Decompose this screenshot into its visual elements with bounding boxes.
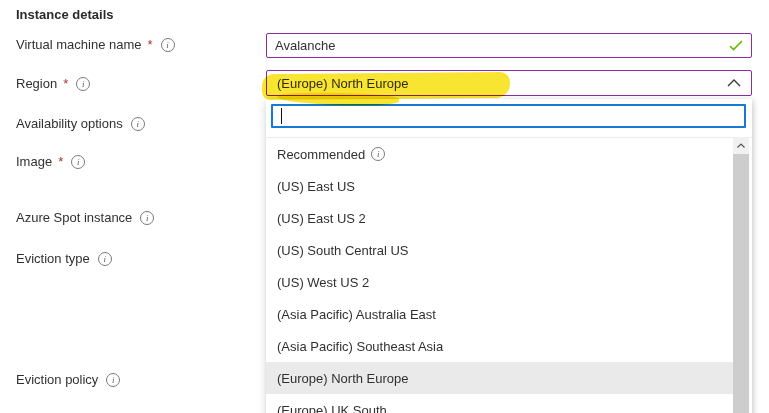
- label-image: Image*: [16, 153, 85, 171]
- scroll-up-button[interactable]: [733, 137, 749, 154]
- info-icon[interactable]: [76, 77, 90, 91]
- info-icon[interactable]: [98, 252, 112, 266]
- region-option-selected[interactable]: (Europe) North Europe: [266, 362, 733, 394]
- chevron-up-icon: [727, 79, 741, 87]
- region-option[interactable]: (US) East US 2: [266, 202, 733, 234]
- info-icon[interactable]: [161, 38, 175, 52]
- label-azure-spot-instance: Azure Spot instance: [16, 209, 154, 227]
- region-option[interactable]: (Asia Pacific) Southeast Asia: [266, 330, 733, 362]
- region-option[interactable]: (Asia Pacific) Australia East: [266, 298, 733, 330]
- region-search-wrap: [271, 104, 746, 128]
- info-icon[interactable]: [371, 147, 385, 161]
- info-icon[interactable]: [140, 211, 154, 225]
- scrollbar-thumb[interactable]: [733, 154, 749, 413]
- instance-details-form: Instance details Virtual machine name* R…: [0, 0, 769, 413]
- label-text: Region: [16, 75, 57, 93]
- info-icon[interactable]: [71, 155, 85, 169]
- dropdown-scrollbar[interactable]: [733, 137, 749, 413]
- region-option[interactable]: (US) South Central US: [266, 234, 733, 266]
- info-icon[interactable]: [131, 117, 145, 131]
- label-text: Virtual machine name: [16, 36, 142, 54]
- required-asterisk: *: [63, 75, 68, 93]
- label-virtual-machine-name: Virtual machine name*: [16, 36, 175, 54]
- section-title: Instance details: [16, 7, 114, 22]
- label-region: Region*: [16, 75, 90, 93]
- required-asterisk: *: [58, 153, 63, 171]
- region-search-input[interactable]: [271, 104, 746, 128]
- region-option[interactable]: (Europe) UK South: [266, 394, 733, 413]
- virtual-machine-name-input[interactable]: Avalanche: [266, 33, 752, 58]
- label-eviction-type: Eviction type: [16, 250, 112, 268]
- label-eviction-policy: Eviction policy: [16, 371, 120, 389]
- scroll-up-arrow-icon: [737, 143, 745, 148]
- required-asterisk: *: [148, 36, 153, 54]
- label-text: Availability options: [16, 115, 123, 133]
- group-label: Recommended: [277, 147, 365, 162]
- region-options-list: Recommended (US) East US (US) East US 2 …: [266, 137, 752, 413]
- region-dropdown-flyout: Recommended (US) East US (US) East US 2 …: [266, 99, 752, 413]
- info-icon[interactable]: [106, 373, 120, 387]
- region-option[interactable]: (US) West US 2: [266, 266, 733, 298]
- region-selected-value: (Europe) North Europe: [277, 76, 727, 91]
- label-text: Eviction policy: [16, 371, 98, 389]
- label-text: Image: [16, 153, 52, 171]
- vm-name-value: Avalanche: [275, 38, 729, 53]
- region-option[interactable]: (US) East US: [266, 170, 733, 202]
- text-caret: [281, 108, 282, 124]
- dropdown-group-recommended: Recommended: [266, 138, 733, 170]
- label-text: Eviction type: [16, 250, 90, 268]
- label-text: Azure Spot instance: [16, 209, 132, 227]
- region-select[interactable]: (Europe) North Europe: [266, 70, 752, 96]
- label-availability-options: Availability options: [16, 115, 145, 133]
- valid-check-icon: [729, 40, 743, 51]
